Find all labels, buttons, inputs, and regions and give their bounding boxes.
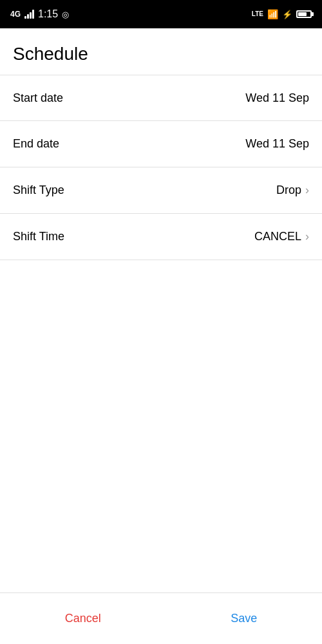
shift-type-row[interactable]: Shift Type Drop › [0, 167, 322, 214]
shift-time-chevron-icon: › [305, 230, 309, 243]
time-display: 1:15 [38, 8, 58, 20]
signal-4g-label: 4G [10, 10, 21, 19]
status-bar: 4G 1:15 ◎ LTE 📶 ⚡ [0, 0, 322, 28]
wifi-icon: 📶 [267, 9, 278, 19]
shift-time-value: CANCEL [254, 230, 301, 243]
lte-badge: LTE [252, 11, 263, 17]
shift-type-value-wrap: Drop › [276, 184, 309, 197]
location-icon: ◎ [62, 10, 69, 19]
status-right: LTE 📶 ⚡ [252, 9, 312, 19]
status-left: 4G 1:15 ◎ [10, 8, 69, 20]
start-date-value-wrap: Wed 11 Sep [245, 91, 309, 105]
battery-icon [296, 10, 312, 18]
page-title: Schedule [0, 28, 322, 75]
shift-type-value: Drop [276, 184, 301, 197]
end-date-label: End date [13, 137, 59, 151]
shift-time-label: Shift Time [13, 230, 64, 243]
cancel-button[interactable]: Cancel [46, 605, 120, 632]
end-date-row[interactable]: End date Wed 11 Sep [0, 121, 322, 167]
shift-time-value-wrap: CANCEL › [254, 230, 309, 243]
shift-time-row[interactable]: Shift Time CANCEL › [0, 214, 322, 260]
battery-fill [298, 12, 307, 16]
end-date-value-wrap: Wed 11 Sep [245, 137, 309, 151]
form-section: Start date Wed 11 Sep End date Wed 11 Se… [0, 75, 322, 260]
save-button[interactable]: Save [211, 605, 276, 632]
shift-type-chevron-icon: › [305, 184, 309, 197]
signal-icon [24, 10, 34, 19]
start-date-row[interactable]: Start date Wed 11 Sep [0, 75, 322, 121]
shift-type-label: Shift Type [13, 184, 64, 197]
start-date-label: Start date [13, 91, 63, 105]
bottom-bar: Cancel Save [0, 592, 322, 644]
end-date-value: Wed 11 Sep [245, 137, 309, 151]
start-date-value: Wed 11 Sep [245, 91, 309, 105]
bolt-icon: ⚡ [282, 10, 292, 19]
